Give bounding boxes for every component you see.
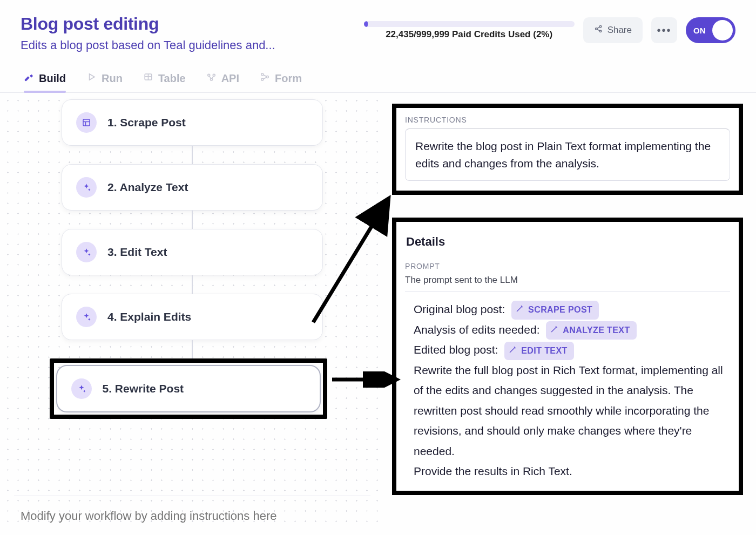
toggle-label: ON — [693, 26, 706, 35]
prompt-heading: PROMPT — [405, 262, 730, 270]
connector — [192, 275, 193, 294]
step-explain-edits[interactable]: 4. Explain Edits — [62, 294, 323, 340]
step-label: 2. Analyze Text — [107, 181, 188, 194]
tab-label: Run — [102, 72, 123, 85]
wand-icon — [550, 323, 559, 338]
svg-line-3 — [597, 27, 600, 29]
connector — [192, 146, 193, 164]
tab-table[interactable]: Table — [143, 72, 186, 92]
header-right: 22,435/999,999 Paid Credits Used (2%) Sh… — [288, 14, 735, 43]
panel-instructions: INSTRUCTIONS Rewrite the blog post in Pl… — [392, 104, 743, 195]
prompt-line-original: Original blog post: SCRAPE POST — [414, 299, 727, 320]
hammer-icon — [24, 72, 34, 85]
svg-point-2 — [599, 30, 602, 32]
instructions-text[interactable]: Rewrite the blog post in Plain Text form… — [405, 128, 730, 181]
api-icon — [206, 72, 217, 85]
step-label: 5. Rewrite Post — [103, 382, 184, 395]
svg-marker-5 — [90, 74, 95, 80]
more-button[interactable]: ••• — [651, 17, 677, 43]
wand-icon — [509, 343, 517, 358]
step-label: 1. Scrape Post — [107, 116, 186, 129]
prompt-prefix: Analysis of edits needed: — [414, 323, 539, 336]
tabs: Build Run Table API Form — [0, 59, 756, 93]
page-subtitle: Edits a blog post based on Teal guidelin… — [21, 38, 275, 52]
table-icon — [143, 72, 153, 85]
prompt-body-text2: Provide the results in Rich Text. — [414, 461, 727, 481]
tab-label: Table — [158, 72, 186, 85]
instruction-input[interactable] — [14, 506, 370, 526]
panel-details: Details PROMPT The prompt sent to the LL… — [392, 218, 743, 495]
progress-fill — [364, 21, 368, 27]
tab-build[interactable]: Build — [24, 72, 66, 92]
prompt-body-text: Rewrite the full blog post in Rich Text … — [414, 360, 727, 461]
svg-point-1 — [599, 25, 602, 28]
enable-toggle[interactable]: ON — [686, 17, 735, 43]
wand-icon — [516, 302, 524, 317]
ellipsis-icon: ••• — [657, 24, 671, 37]
step-edit-text[interactable]: 3. Edit Text — [62, 229, 323, 275]
details-title: Details — [406, 235, 730, 249]
sparkle-icon — [76, 307, 97, 327]
prompt-body[interactable]: Original blog post: SCRAPE POST Analysis… — [405, 291, 730, 481]
header: Blog post editing Edits a blog post base… — [0, 0, 756, 52]
connector — [192, 340, 193, 358]
title-block: Blog post editing Edits a blog post base… — [21, 14, 275, 52]
sparkle-icon — [76, 177, 97, 198]
share-button[interactable]: Share — [583, 17, 643, 43]
var-chip-scrape-post[interactable]: SCRAPE POST — [511, 301, 599, 319]
share-button-label: Share — [608, 25, 632, 36]
toggle-knob — [712, 20, 733, 40]
tab-label: Build — [39, 72, 66, 85]
instruction-input-area — [14, 496, 370, 526]
var-chip-label: ANALYZE TEXT — [563, 323, 630, 338]
share-icon — [594, 24, 603, 36]
tab-run[interactable]: Run — [86, 72, 123, 92]
prompt-prefix: Edited blog post: — [414, 343, 498, 356]
tab-api[interactable]: API — [206, 72, 239, 92]
step-rewrite-post[interactable]: 5. Rewrite Post — [56, 365, 321, 412]
credits-meter: 22,435/999,999 Paid Credits Used (2%) — [364, 21, 575, 40]
play-icon — [86, 72, 97, 85]
right-panels: INSTRUCTIONS Rewrite the blog post in Pl… — [392, 104, 743, 495]
prompt-line-edited: Edited blog post: EDIT TEXT — [414, 340, 727, 360]
step-label: 4. Explain Edits — [107, 310, 191, 323]
step-analyze-text[interactable]: 2. Analyze Text — [62, 164, 323, 211]
credits-text: 22,435/999,999 Paid Credits Used (2%) — [386, 29, 552, 40]
layout-icon — [76, 112, 97, 133]
step-scrape-post[interactable]: 1. Scrape Post — [62, 99, 323, 146]
prompt-line-analysis: Analysis of edits needed: ANALYZE TEXT — [414, 320, 727, 340]
tab-form[interactable]: Form — [260, 72, 302, 92]
progress-bar — [364, 21, 575, 27]
prompt-prefix: Original blog post: — [414, 303, 505, 315]
page-title: Blog post editing — [21, 14, 275, 34]
tab-label: API — [221, 72, 239, 85]
prompt-desc: The prompt sent to the LLM — [405, 275, 730, 286]
connector — [192, 211, 193, 229]
main: 1. Scrape Post 2. Analyze Text 3. Edit T… — [0, 93, 756, 531]
var-chip-edit-text[interactable]: EDIT TEXT — [504, 342, 573, 360]
instructions-heading: INSTRUCTIONS — [405, 116, 730, 124]
svg-point-0 — [595, 28, 597, 30]
step-label: 3. Edit Text — [107, 246, 167, 259]
svg-line-4 — [597, 29, 600, 31]
highlight-box-step5: 5. Rewrite Post — [50, 358, 327, 419]
tab-label: Form — [275, 72, 302, 85]
canvas-area[interactable]: 1. Scrape Post 2. Analyze Text 3. Edit T… — [0, 93, 387, 531]
sparkle-icon — [71, 378, 92, 399]
form-icon — [260, 72, 270, 85]
svg-rect-15 — [83, 119, 90, 126]
sparkle-icon — [76, 242, 97, 262]
var-chip-label: SCRAPE POST — [528, 302, 592, 317]
var-chip-analyze-text[interactable]: ANALYZE TEXT — [546, 321, 636, 340]
steps-column: 1. Scrape Post 2. Analyze Text 3. Edit T… — [62, 99, 323, 419]
var-chip-label: EDIT TEXT — [521, 343, 567, 358]
